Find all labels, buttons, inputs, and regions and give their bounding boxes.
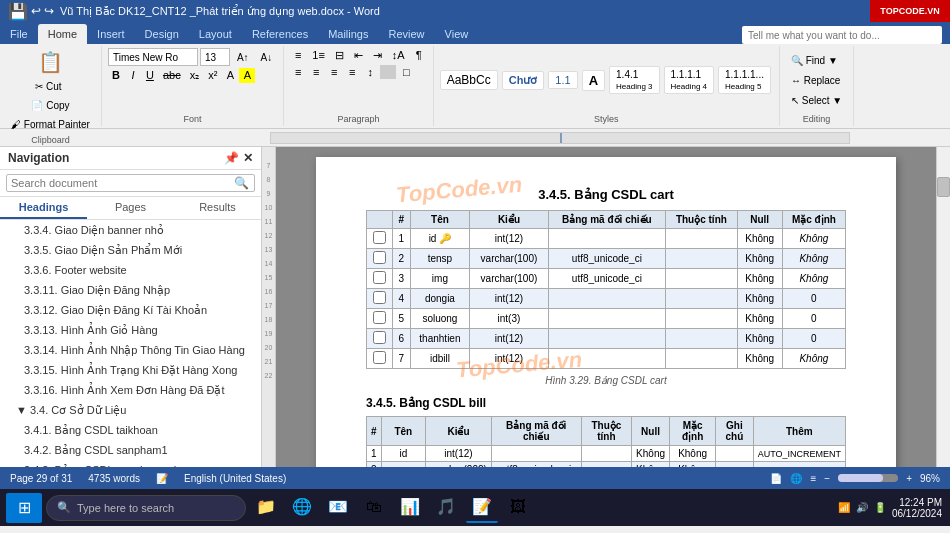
decrease-indent-button[interactable]: ⇤ [350,48,367,63]
tab-view[interactable]: View [435,24,479,44]
font-name-selector[interactable]: Times New Ro [108,48,198,66]
find-button[interactable]: 🔍 Find ▼ [786,52,843,69]
style-heading4[interactable]: 1.1.1.1Heading 4 [664,66,714,94]
style-a[interactable]: A [582,70,605,91]
nav-tab-headings[interactable]: Headings [0,197,87,219]
view-mode-outline[interactable]: ≡ [810,473,816,484]
tab-design[interactable]: Design [135,24,189,44]
style-heading3[interactable]: 1.4.1Heading 3 [609,66,659,94]
superscript-button[interactable]: x² [204,68,221,83]
align-right-button[interactable]: ≡ [326,65,342,79]
nav-item[interactable]: 3.3.11. Giao Diện Đăng Nhập [0,280,261,300]
replace-button[interactable]: ↔ Replace [786,72,845,89]
style-heading1[interactable]: Chươ [502,71,545,90]
style-normal[interactable]: AaBbCc [440,70,498,90]
tell-me-input[interactable] [742,26,942,44]
nav-search-input[interactable] [6,174,255,192]
nav-pin-icon[interactable]: 📌 [224,151,239,165]
zoom-slider[interactable] [838,474,898,482]
tab-references[interactable]: References [242,24,318,44]
view-mode-print[interactable]: 📄 [770,473,782,484]
start-button[interactable]: ⊞ [6,493,42,523]
style-heading5[interactable]: 1.1.1.1...Heading 5 [718,66,771,94]
strikethrough-button[interactable]: abc [159,68,185,83]
tab-layout[interactable]: Layout [189,24,242,44]
multilevel-button[interactable]: ⊟ [331,48,348,63]
row-checkbox[interactable] [373,291,386,304]
nav-item[interactable]: 3.3.12. Giao Diện Đăng Kí Tài Khoản [0,300,261,320]
tab-review[interactable]: Review [379,24,435,44]
nav-tab-results[interactable]: Results [174,197,261,219]
taskbar[interactable]: ⊞ 🔍 Type here to search 📁 🌐 📧 🛍 📊 🎵 📝 🖼 … [0,489,950,526]
view-mode-web[interactable]: 🌐 [790,473,802,484]
increase-indent-button[interactable]: ⇥ [369,48,386,63]
nav-item[interactable]: 3.3.4. Giao Diện banner nhỏ [0,220,261,240]
bullets-button[interactable]: ≡ [290,48,306,63]
vertical-scrollbar[interactable] [936,147,950,467]
italic-button[interactable]: I [125,68,141,83]
border-button[interactable]: □ [398,65,414,79]
taskbar-mail[interactable]: 📧 [322,493,354,523]
col-collation: Bảng mã đối chiếu [548,211,666,229]
taskbar-photos[interactable]: 🖼 [502,493,534,523]
document-area[interactable]: TopCode.vn 3.4.5. Bảng CSDL cart # Tên K… [276,147,936,467]
nav-item[interactable]: 3.3.15. Hình Ảnh Trạng Khi Đặt Hàng Xong [0,360,261,380]
nav-item[interactable]: 3.4.1. Bảng CSDL taikhoan [0,420,261,440]
font-size-decrease[interactable]: A↓ [256,49,278,66]
shading-button[interactable] [380,65,396,79]
nav-item[interactable]: 3.3.14. Hình Ảnh Nhập Thông Tin Giao Hàn… [0,340,261,360]
highlight-button[interactable]: A [239,68,255,83]
copy-button[interactable]: 📄 Copy [26,97,74,114]
nav-tabs[interactable]: Headings Pages Results [0,197,261,220]
font-size-selector[interactable]: 13 [200,48,230,66]
nav-item[interactable]: 3.4.3. Bảng CSDL sanpham_nhom [0,460,261,467]
tab-home[interactable]: Home [38,24,87,44]
tab-insert[interactable]: Insert [87,24,135,44]
sort-button[interactable]: ↕A [388,48,409,63]
align-left-button[interactable]: ≡ [290,65,306,79]
nav-tab-pages[interactable]: Pages [87,197,174,219]
col-attr: Thuộc tính [581,417,631,446]
tab-mailings[interactable]: Mailings [318,24,378,44]
nav-item[interactable]: 3.3.13. Hình Ảnh Giỏ Hàng [0,320,261,340]
subscript-button[interactable]: x₂ [186,68,204,83]
numbering-button[interactable]: 1≡ [308,48,329,63]
nav-item[interactable]: 3.3.16. Hình Ảnh Xem Đơn Hàng Đã Đặt [0,380,261,400]
bold-button[interactable]: B [108,68,124,83]
format-painter-button[interactable]: 🖌 Format Painter [6,116,95,133]
align-center-button[interactable]: ≡ [308,65,324,79]
cut-button[interactable]: ✂ Cut [30,78,66,95]
font-size-increase[interactable]: A↑ [232,49,254,66]
row-checkbox[interactable] [373,251,386,264]
ribbon-tabs[interactable]: File Home Insert Design Layout Reference… [0,22,950,44]
show-marks-button[interactable]: ¶ [411,48,427,63]
row-checkbox[interactable] [373,331,386,344]
nav-item[interactable]: 3.3.6. Footer website [0,260,261,280]
taskbar-store[interactable]: 🛍 [358,493,390,523]
zoom-in-button[interactable]: + [906,473,912,484]
row-checkbox[interactable] [373,231,386,244]
nav-close-icon[interactable]: ✕ [243,151,253,165]
nav-item[interactable]: ▼ 3.4. Cơ Sở Dữ Liệu [0,400,261,420]
taskbar-search[interactable]: 🔍 Type here to search [46,495,246,521]
row-checkbox[interactable] [373,271,386,284]
row-checkbox[interactable] [373,311,386,324]
justify-button[interactable]: ≡ [344,65,360,79]
paste-button[interactable]: 📋 [34,48,67,76]
taskbar-music[interactable]: 🎵 [430,493,462,523]
underline-button[interactable]: U [142,68,158,83]
nav-item[interactable]: 3.4.2. Bảng CSDL sanpham1 [0,440,261,460]
row-checkbox[interactable] [373,351,386,364]
taskbar-excel[interactable]: 📊 [394,493,426,523]
taskbar-edge[interactable]: 🌐 [286,493,318,523]
taskbar-file-explorer[interactable]: 📁 [250,493,282,523]
select-button[interactable]: ↖ Select ▼ [786,92,847,109]
table-row: 2tenspvarchar(100)utf8_unicode_ciKhôngKh… [367,249,846,269]
text-color-button[interactable]: A [222,68,238,83]
taskbar-word[interactable]: 📝 [466,493,498,523]
tab-file[interactable]: File [0,24,38,44]
nav-item[interactable]: 3.3.5. Giao Diện Sản Phẩm Mới [0,240,261,260]
zoom-out-button[interactable]: − [824,473,830,484]
line-spacing-button[interactable]: ↕ [362,65,378,79]
style-heading2[interactable]: 1.1 [548,71,577,89]
